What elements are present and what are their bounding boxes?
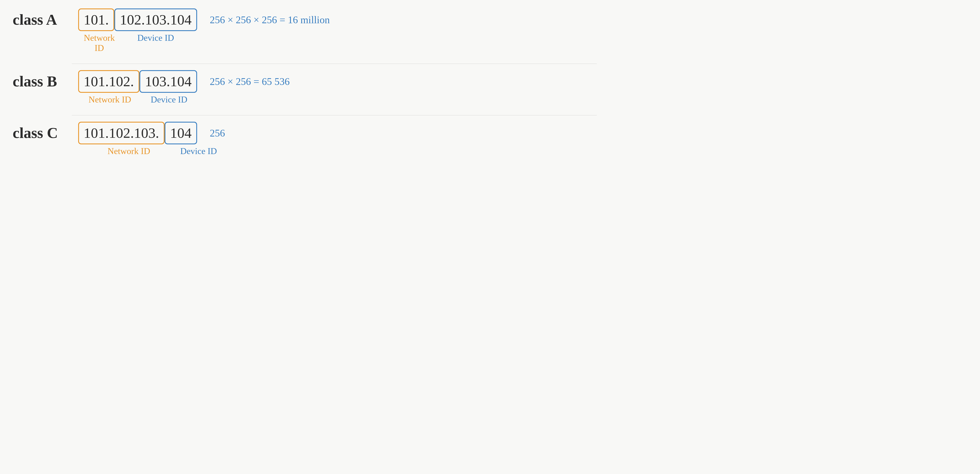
class-a-formula: 256 × 256 × 256 = 16 million — [210, 14, 330, 25]
class-c-labels-row: Network ID Device ID — [78, 146, 218, 156]
class-a-network-box: 101. — [78, 8, 114, 31]
class-c-formula: 256 — [210, 127, 225, 139]
class-a-device-id-label: Device ID — [137, 33, 174, 53]
class-b-row: class B 101.102. 103.104 256 × 256 = 65 … — [13, 70, 290, 93]
class-c-label: class C — [13, 124, 72, 142]
class-a-device-box: 102.103.104 — [114, 8, 197, 31]
class-b-ip: 101.102. 103.104 — [78, 70, 197, 93]
class-c-network-box: 101.102.103. — [78, 122, 165, 144]
class-a-network-id-label: Network ID — [78, 33, 121, 53]
class-b-network-id-label: Network ID — [78, 94, 142, 105]
class-b-device-box: 103.104 — [139, 70, 197, 93]
divider-ab — [72, 64, 597, 64]
class-a-label: class A — [13, 11, 72, 29]
class-b-network-box: 101.102. — [78, 70, 139, 93]
class-b-labels-row: Network ID Device ID — [78, 94, 196, 105]
class-a-ip: 101. 102.103.104 — [78, 8, 197, 31]
class-c-row: class C 101.102.103. 104 256 — [13, 122, 225, 144]
class-b-section: class B 101.102. 103.104 256 × 256 = 65 … — [13, 70, 967, 105]
class-b-device-id-label: Device ID — [142, 94, 196, 105]
class-b-label: class B — [13, 73, 72, 90]
class-a-row: class A 101. 102.103.104 256 × 256 × 256… — [13, 8, 330, 31]
class-c-ip: 101.102.103. 104 — [78, 122, 197, 144]
class-a-section: class A 101. 102.103.104 256 × 256 × 256… — [13, 8, 967, 53]
class-c-device-id-label: Device ID — [180, 146, 218, 156]
class-c-device-box: 104 — [165, 122, 197, 144]
class-c-network-id-label: Network ID — [78, 146, 180, 156]
class-a-labels-row: Network ID Device ID — [78, 33, 174, 53]
class-b-formula: 256 × 256 = 65 536 — [210, 76, 290, 87]
class-c-section: class C 101.102.103. 104 256 Network ID … — [13, 122, 967, 156]
